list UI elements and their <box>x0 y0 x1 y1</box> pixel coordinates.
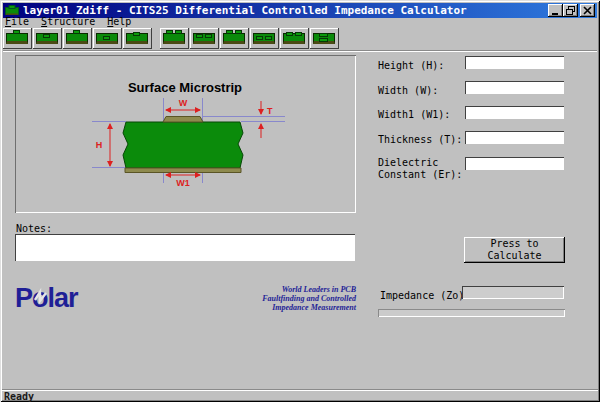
toolbar-button-surface-microstrip[interactable] <box>3 28 32 49</box>
toolbar-button-diff-embedded-microstrip[interactable] <box>250 28 279 49</box>
impedance-value-field <box>462 286 564 299</box>
dim-label-t: T <box>267 106 273 116</box>
restore-button[interactable] <box>563 4 578 17</box>
height-input[interactable] <box>465 56 564 69</box>
toolbar-button-diff-surface-microstrip[interactable] <box>160 28 189 49</box>
width1-label: Width1 (W1): <box>378 109 474 121</box>
restore-icon <box>566 6 575 15</box>
coated-microstrip-2-icon <box>66 33 88 44</box>
ground-plane-copper <box>125 168 241 173</box>
diagram-title: Surface Microstrip <box>128 80 242 95</box>
polar-logo-text: Polar <box>15 284 79 312</box>
height-label: Height (H): <box>378 60 474 72</box>
diff-coated-microstrip-icon <box>193 33 215 44</box>
minimize-icon <box>551 6 560 15</box>
notes-label: Notes: <box>16 223 52 234</box>
dim-label-w: W <box>179 98 188 108</box>
width-label: Width (W): <box>378 85 474 97</box>
diff-coated-microstrip-2-icon <box>223 33 245 44</box>
toolbar-button-stripline[interactable] <box>123 28 152 49</box>
thickness-input[interactable] <box>465 131 564 144</box>
menu-bar: File Structure Help <box>5 17 143 27</box>
stripline-icon <box>126 33 148 44</box>
dielectric-constant-label: Dielectric Constant (Er): <box>378 157 474 181</box>
dim-label-h: H <box>96 140 103 150</box>
toolbar-button-diff-coated-microstrip-2[interactable] <box>220 28 249 49</box>
pcb-cross-section <box>123 117 243 173</box>
tagline-line: Impedance Measurement <box>186 303 356 312</box>
statusbar-text: Ready <box>4 391 34 402</box>
broadside-coupled-stripline-icon <box>313 33 335 44</box>
window-controls <box>548 4 595 17</box>
dielectric-constant-input[interactable] <box>465 157 564 170</box>
close-button[interactable] <box>580 4 595 17</box>
diff-stripline-icon <box>283 33 305 44</box>
structure-diagram: Surface Microstrip <box>15 55 354 211</box>
tagline-line: World Leaders in PCB <box>186 285 356 294</box>
diff-embedded-microstrip-icon <box>253 33 275 44</box>
notes-textarea[interactable] <box>15 234 355 261</box>
width1-input[interactable] <box>465 106 564 119</box>
tagline-line: Faultfinding and Controlled <box>186 294 356 303</box>
menu-help[interactable]: Help <box>107 17 131 27</box>
statusbar-divider <box>2 389 598 391</box>
surface-microstrip-icon <box>6 33 28 44</box>
toolbar-button-coated-microstrip[interactable] <box>33 28 62 49</box>
menu-structure[interactable]: Structure <box>41 17 95 27</box>
structure-toolbar <box>3 28 340 49</box>
application-window: layer01 Zdiff - CITS25 Differential Cont… <box>0 0 600 402</box>
substrate-green <box>123 122 243 168</box>
toolbar-button-embedded-microstrip[interactable] <box>93 28 122 49</box>
toolbar-button-coated-microstrip-2[interactable] <box>63 28 92 49</box>
coated-microstrip-icon <box>36 33 58 44</box>
close-icon <box>583 6 592 15</box>
polar-logo: Polar <box>15 284 105 316</box>
toolbar-button-broadside-coupled-stripline[interactable] <box>310 28 339 49</box>
calculate-button[interactable]: Press to Calculate <box>464 237 565 263</box>
minimize-button[interactable] <box>548 4 563 17</box>
app-icon <box>5 5 19 16</box>
impedance-label: Impedance (Zo): <box>380 290 470 301</box>
brand-tagline: World Leaders in PCB Faultfinding and Co… <box>186 285 356 312</box>
menu-file[interactable]: File <box>5 17 29 27</box>
toolbar-button-diff-stripline[interactable] <box>280 28 309 49</box>
embedded-microstrip-icon <box>96 33 118 44</box>
progress-bar <box>378 309 565 317</box>
structure-diagram-panel: Surface Microstrip <box>15 55 356 213</box>
dim-label-w1: W1 <box>176 178 190 188</box>
toolbar-divider <box>3 50 597 52</box>
width-input[interactable] <box>465 81 564 94</box>
toolbar-button-diff-coated-microstrip[interactable] <box>190 28 219 49</box>
diff-surface-microstrip-icon <box>163 33 185 44</box>
trace-copper <box>163 117 203 123</box>
thickness-label: Thickness (T): <box>378 134 474 146</box>
